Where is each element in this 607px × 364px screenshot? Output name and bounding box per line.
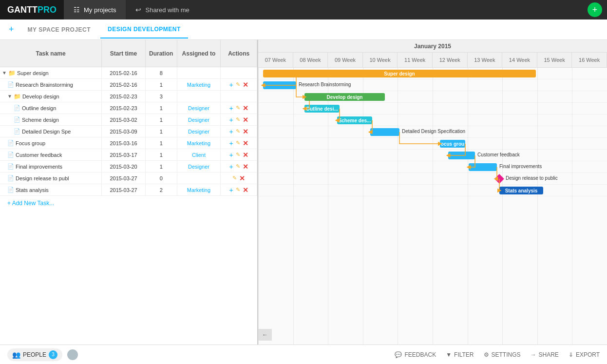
header-task-name: Task name [0,40,102,67]
add-task-action[interactable]: + [229,139,233,147]
task-start: 2015-03-27 [102,172,146,184]
share-icon: → [531,351,536,358]
gantt-weeks-row: 07 Week08 Week09 Week10 Week11 Week12 We… [258,53,607,67]
feedback-button[interactable]: 💬 FEEDBACK [395,351,436,358]
gantt-bar[interactable]: Focus group [440,140,465,148]
task-name-text: Scheme design [22,117,59,123]
gantt-bar-label: Design release to public [506,175,558,181]
feedback-label: FEEDBACK [404,351,436,358]
delete-task-action[interactable]: ✕ [243,128,248,135]
file-icon: 📄 [7,81,14,88]
edit-task-action[interactable]: ✎ [236,105,240,111]
table-row: 📄 Detailed Design Spe 2015-03-09 1 Desig… [0,126,257,137]
table-row: 📄 Scheme design 2015-03-02 1 Designer + … [0,114,257,126]
task-actions [221,67,257,78]
delete-task-action[interactable]: ✕ [239,174,245,182]
settings-button[interactable]: ⚙ SETTINGS [484,351,521,358]
add-project-button[interactable]: + [5,24,18,35]
gantt-body: Super designResearch BrainstormingDevelo… [258,68,607,345]
task-start: 2015-02-16 [102,79,146,90]
edit-task-action[interactable]: ✎ [232,175,237,181]
project-tab-design[interactable]: DESIGN DEVELOPMENT [100,21,188,38]
filter-button[interactable]: ▼ FILTER [446,351,474,358]
task-start: 2015-03-02 [102,114,146,125]
gantt-bar[interactable] [469,163,497,171]
task-name-text: Final improvements [16,164,62,170]
task-start: 2015-03-16 [102,137,146,149]
edit-task-action[interactable]: ✎ [236,187,240,193]
header-duration: Duration [146,40,177,67]
add-task-action[interactable]: + [229,163,233,171]
project-tab-myspace[interactable]: MY SPACE PROJECT [20,21,98,38]
nav-right-area: + [588,0,607,19]
task-duration: 2 [146,184,177,195]
gantt-bar[interactable] [370,128,399,136]
gantt-bar[interactable]: Stats analysis [499,187,543,194]
edit-task-action[interactable]: ✎ [236,128,240,134]
gantt-week-label: 15 Week [537,53,572,67]
delete-task-action[interactable]: ✕ [243,116,248,124]
add-task-action[interactable]: + [229,186,233,194]
task-actions: + ✎ ✕ [221,102,257,114]
edit-task-action[interactable]: ✎ [236,152,240,158]
my-projects-tab[interactable]: ☷ My projects [64,0,126,19]
task-name-text: Design release to publ [16,175,69,181]
table-row: ▼ 📁 Super design 2015-02-16 8 [0,67,257,79]
bottom-navigation: 👥 PEOPLE 3 💬 FEEDBACK ▼ FILTER ⚙ SETTING… [0,345,607,364]
task-duration: 1 [146,149,177,160]
task-rows-container: ▼ 📁 Super design 2015-02-16 8 📄 Research… [0,67,257,345]
edit-task-action[interactable]: ✎ [236,116,240,123]
scroll-left-button[interactable]: ← [258,329,272,341]
gantt-week-label: 16 Week [572,53,607,67]
task-actions: + ✎ ✕ [221,161,257,172]
gantt-bar[interactable]: Scheme des... [337,116,372,124]
delete-task-action[interactable]: ✕ [243,186,248,194]
header-actions: Actions [221,40,257,67]
gantt-bar[interactable]: Develop design [304,93,385,101]
edit-task-action[interactable]: ✎ [236,163,240,170]
edit-task-action[interactable]: ✎ [236,81,240,88]
task-actions: + ✎ ✕ [221,79,257,90]
gantt-bar[interactable]: Super design [263,70,536,77]
people-button[interactable]: 👥 PEOPLE 3 [7,348,62,361]
feedback-icon: 💬 [395,351,402,358]
task-actions: + ✎ ✕ [221,126,257,137]
gantt-bar[interactable]: Outline desi... [304,105,340,113]
add-task-action[interactable]: + [229,151,233,159]
table-row: 📄 Research Brainstorming 2015-02-16 1 Ma… [0,79,257,91]
export-label: EXPORT [576,351,600,358]
collapse-icon[interactable]: ▼ [7,94,12,99]
task-duration: 1 [146,114,177,125]
settings-label: SETTINGS [492,351,521,358]
delete-task-action[interactable]: ✕ [243,151,248,159]
gantt-bar[interactable] [448,152,475,159]
edit-task-action[interactable]: ✎ [236,140,240,146]
collapse-icon[interactable]: ▼ [2,70,7,76]
shared-with-me-tab[interactable]: ↩ Shared with me [126,0,199,19]
share-button[interactable]: → SHARE [531,351,559,358]
delete-task-action[interactable]: ✕ [243,163,248,171]
task-start: 2015-03-20 [102,161,146,172]
add-task-action[interactable]: + [229,104,233,112]
export-icon: ⇓ [569,351,573,358]
project-tabs: + MY SPACE PROJECT DESIGN DEVELOPMENT [0,19,607,40]
add-task-action[interactable]: + [229,116,233,124]
add-task-action[interactable]: + [229,81,233,89]
task-name-cell: ▼ 📁 Develop design [0,91,102,102]
delete-task-action[interactable]: ✕ [243,104,248,112]
gantt-month: January 2015 [258,40,607,53]
task-assign: Designer [177,161,221,172]
export-button[interactable]: ⇓ EXPORT [569,351,600,358]
gantt-bar[interactable] [263,81,296,89]
task-start: 2015-02-23 [102,91,146,102]
avatar-area [66,348,79,361]
task-name-text: Focus group [16,140,45,146]
delete-task-action[interactable]: ✕ [243,81,248,89]
add-task-action[interactable]: + [229,128,233,135]
add-new-task-button[interactable]: + Add New Task... [0,196,257,211]
my-projects-icon: ☷ [74,6,80,14]
delete-task-action[interactable]: ✕ [243,139,248,147]
task-assign: Designer [177,126,221,137]
add-button-top[interactable]: + [588,2,602,17]
table-row: 📄 Focus group 2015-03-16 1 Marketing + ✎… [0,137,257,149]
